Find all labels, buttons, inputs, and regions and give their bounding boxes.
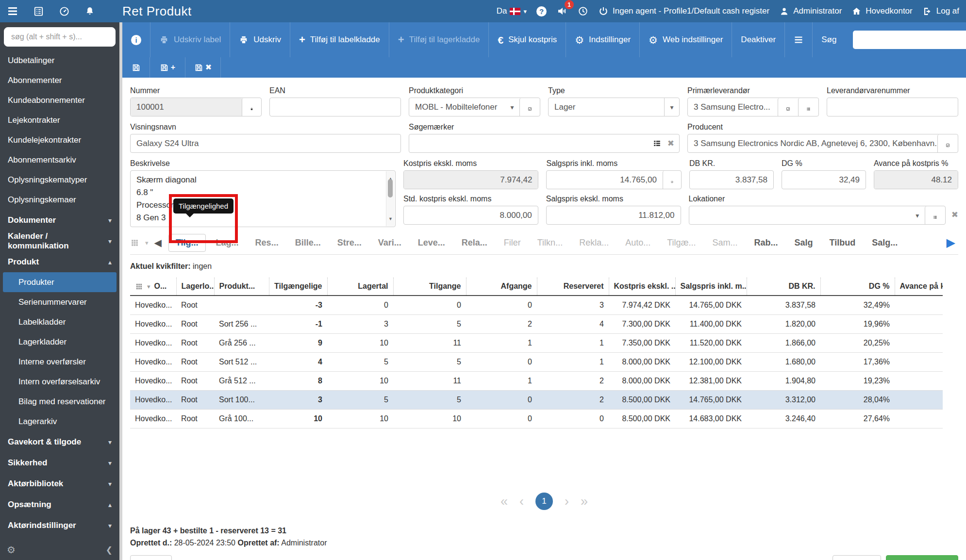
sidebar-item-udbetalinger[interactable]: Udbetalinger [0,50,119,70]
help-icon[interactable]: ? [536,6,547,16]
column-header-salgspris-inkl-m[interactable]: Salgspris inkl. m... [675,278,747,296]
journal-icon[interactable] [33,6,44,17]
sogemaerker-field[interactable] [409,134,652,152]
collapse-sidebar-icon[interactable]: ❮ [106,545,113,555]
clear-tags-button[interactable]: ✖ [667,138,674,148]
tab-rekla[interactable]: Rekla... [573,238,615,248]
leverandorvarenummer-field[interactable] [827,98,958,116]
lokationer-select[interactable] [689,206,910,224]
column-header-produkt[interactable]: Produkt... [214,278,269,296]
sidebar-search-input[interactable] [4,27,116,47]
sidebar-item-serienummervarer[interactable]: Serienummervarer [0,292,119,312]
chevron-down-icon[interactable]: ▾ [910,206,925,224]
lock-icon[interactable] [242,98,261,116]
chevron-down-icon[interactable]: ▾ [145,239,149,247]
tabs-scroll-left-icon[interactable]: ◀ [154,237,162,248]
office-menu[interactable]: Hovedkontor [851,6,912,16]
column-header-lagerlo[interactable]: Lagerlo... [176,278,214,296]
print-label-button[interactable]: Udskriv label [150,22,230,57]
tab-stre[interactable]: Stre... [331,238,368,248]
salgspris-ekskl-field[interactable]: 11.812,00 [547,206,681,224]
add-to-stock-sheet-button[interactable]: + Tilføj til lagerkladde [389,22,489,57]
logout-button[interactable]: Log af [922,6,959,16]
sidebar-item-kalender-kommunikation[interactable]: Kalender / kommunikation▾ [0,231,119,251]
tab-salg[interactable]: Salg [788,238,819,248]
prev-page-button[interactable]: ‹ [519,495,524,508]
db-kr-field[interactable]: 3.837,58 [690,171,773,189]
save-and-new-button[interactable]: + [150,57,185,78]
tab-rab[interactable]: Rab... [748,238,784,248]
toolbar-menu-button[interactable] [785,22,813,57]
tab-rela[interactable]: Rela... [455,238,494,248]
sidebar-item-labelkladder[interactable]: Labelkladder [0,312,119,332]
table-row[interactable]: Hovedko...RootSort 100...355028.500,00 D… [130,391,943,410]
table-row[interactable]: Hovedko...RootSort 512 ...455018.000,00 … [130,353,943,372]
column-header-lagertal[interactable]: Lagertal [327,278,393,296]
sidebar-item-intern-overførselsarkiv[interactable]: Intern overførselsarkiv [0,372,119,392]
sidebar-item-aktørindstillinger[interactable]: Aktørindstillinger▾ [0,515,119,536]
tab-tilkn[interactable]: Tilkn... [531,238,569,248]
nummer-field[interactable]: 100001 [131,98,242,116]
info-button[interactable]: i [122,22,150,57]
clear-locations-button[interactable]: ✖ [951,210,958,225]
edit-producer-button[interactable] [937,134,958,153]
column-header-dg[interactable]: DG % [820,278,895,296]
tab-filer[interactable]: Filer [498,238,527,248]
last-page-button[interactable]: » [581,495,588,508]
add-to-label-sheet-button[interactable]: + Tilføj til labelkladde [290,22,389,57]
salgspris-inkl-field[interactable]: 14.765,00 [547,171,662,189]
deactivate-button[interactable]: Deaktiver [732,22,785,57]
sidebar-item-gavekort-tilgode[interactable]: Gavekort & tilgode▾ [0,431,119,452]
print-button[interactable]: Udskriv [230,22,290,57]
supplier-list-button[interactable] [798,98,818,116]
tab-tilg[interactable]: Tilg... [168,234,206,252]
sidebar-item-lejekontrakter[interactable]: Lejekontrakter [0,110,119,130]
close-button[interactable]: ✖ Luk [130,555,172,560]
ean-field[interactable] [270,98,400,116]
dg-pct-field[interactable]: 32,49 [782,171,866,189]
sidebar-item-kundeabonnementer[interactable]: Kundeabonnementer [0,90,119,110]
column-header-afgange[interactable]: Afgange [466,278,537,296]
sidebar-item-kundelejekontrakter[interactable]: Kundelejekontrakter [0,130,119,150]
produktkategori-select[interactable]: MOBL - Mobiltelefoner [409,98,505,116]
tab-res[interactable]: Res... [249,238,285,248]
column-header-avance-på-k[interactable]: Avance på k... [895,278,943,296]
web-settings-button[interactable]: ⚙ Web indstillinger [640,22,732,57]
scrollbar-thumb[interactable] [388,179,393,198]
save-and-close-button[interactable]: ✖ [185,57,221,78]
tab-bille[interactable]: Bille... [289,238,327,248]
sound-button[interactable]: 1 [556,5,568,17]
column-header-kostpris-ekskl[interactable]: Kostpris ekskl. ... [609,278,675,296]
next-page-button[interactable]: › [565,495,569,508]
chevron-down-icon[interactable]: ▾ [505,98,519,116]
sidebar-item-aktørbibliotek[interactable]: Aktørbibliotek▾ [0,473,119,494]
dashboard-icon[interactable] [59,6,70,17]
sidebar-item-produkter[interactable]: Produkter [3,272,117,292]
search-button[interactable]: Søg [813,22,845,57]
column-header-o[interactable]: ▾O... [130,278,176,296]
tab-salg[interactable]: Salg... [866,238,904,248]
current-page-button[interactable]: 1 [535,493,553,510]
column-header-reserveret[interactable]: Reserveret [537,278,609,296]
column-header-db-kr[interactable]: DB KR. [747,278,820,296]
clock-icon[interactable] [578,6,588,16]
tab-vari[interactable]: Vari... [372,238,408,248]
locations-list-button[interactable] [925,206,945,225]
toolbar-search-input[interactable] [853,31,966,49]
grid-icon[interactable] [135,282,143,291]
grid-icon[interactable] [130,238,139,247]
tab-sam[interactable]: Sam... [706,238,744,248]
save-button-footer[interactable]: Gem [833,555,881,560]
sidebar-item-interne-overførsler[interactable]: Interne overførsler [0,352,119,372]
type-select[interactable]: Lager [549,98,664,116]
tab-tilbud[interactable]: Tilbud [823,238,862,248]
primaerleverandor-field[interactable]: 3 Samsung Electro... [688,98,778,116]
tags-list-button[interactable] [652,139,662,148]
column-header-tilgange[interactable]: Tilgange [393,278,466,296]
column-header-tilgængelige[interactable]: Tilgængelige [269,278,327,296]
sidebar-item-bilag-med-reservationer[interactable]: Bilag med reservationer [0,392,119,412]
edit-supplier-button[interactable] [778,98,798,116]
sidebar-item-opsætning[interactable]: Opsætning▴ [0,494,119,515]
sidebar-item-abonnementer[interactable]: Abonnementer [0,70,119,90]
sidebar-item-lagerarkiv[interactable]: Lagerarkiv [0,412,119,431]
